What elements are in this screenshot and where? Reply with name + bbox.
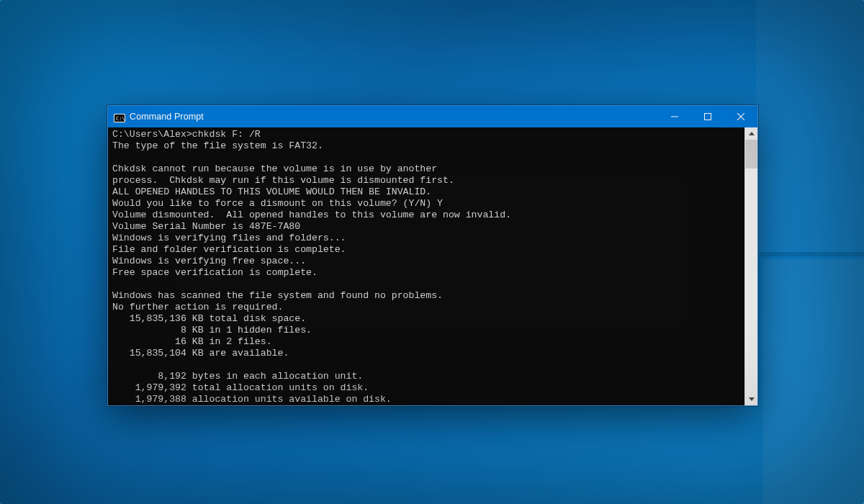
terminal-line: 15,835,104 KB are available.: [112, 348, 742, 359]
terminal-line: 16 KB in 2 files.: [112, 336, 742, 348]
wallpaper-beam: [763, 259, 864, 504]
terminal-line: 1,979,392 total allocation units on disk…: [112, 382, 742, 394]
minimize-button[interactable]: [658, 106, 691, 127]
terminal-line: 1,979,388 allocation units available on …: [112, 394, 742, 405]
terminal-line: Volume Serial Number is 487E-7A80: [112, 221, 742, 233]
close-button[interactable]: [724, 106, 757, 127]
terminal-line: 8,192 bytes in each allocation unit.: [112, 371, 742, 382]
terminal-output[interactable]: C:\Users\Alex>chkdsk F: /RThe type of th…: [108, 127, 744, 405]
terminal-line: 8 KB in 1 hidden files.: [112, 325, 742, 336]
vertical-scrollbar[interactable]: [744, 127, 757, 405]
svg-text:C:\: C:\: [116, 116, 125, 122]
titlebar[interactable]: C:\ Command Prompt: [108, 106, 757, 127]
terminal-line: [112, 279, 742, 290]
desktop-wallpaper: C:\ Command Prompt: [0, 0, 864, 504]
terminal-line: [112, 152, 742, 163]
terminal-line: Would you like to force a dismount on th…: [112, 198, 742, 210]
terminal-line: process. Chkdsk may run if this volume i…: [112, 175, 742, 186]
close-icon: [737, 113, 744, 120]
maximize-icon: [704, 113, 711, 120]
terminal-line: ALL OPENED HANDLES TO THIS VOLUME WOULD …: [112, 186, 742, 198]
terminal-line: Chkdsk cannot run because the volume is …: [112, 163, 742, 175]
scrollbar-thumb[interactable]: [745, 140, 757, 168]
command-prompt-window: C:\ Command Prompt: [107, 105, 758, 406]
terminal-line: The type of the file system is FAT32.: [112, 140, 742, 152]
wallpaper-beam: [756, 0, 864, 252]
terminal-line: Windows has scanned the file system and …: [112, 290, 742, 302]
wallpaper-beam: [760, 252, 864, 256]
terminal-line: Volume dismounted. All opened handles to…: [112, 210, 742, 221]
terminal-line: Windows is verifying files and folders..…: [112, 233, 742, 244]
window-title: Command Prompt: [130, 112, 658, 122]
terminal-line: Free space verification is complete.: [112, 267, 742, 279]
terminal-line: Windows is verifying free space...: [112, 256, 742, 267]
scroll-down-button[interactable]: [745, 393, 757, 405]
chevron-down-icon: [749, 397, 755, 401]
terminal-line: No further action is required.: [112, 302, 742, 313]
window-controls: [658, 106, 757, 127]
svg-rect-4: [705, 114, 711, 120]
terminal-line: [112, 359, 742, 371]
terminal-line: 15,835,136 KB total disk space.: [112, 313, 742, 325]
scrollbar-track[interactable]: [745, 140, 757, 393]
minimize-icon: [671, 113, 678, 120]
terminal-line: C:\Users\Alex>chkdsk F: /R: [112, 129, 742, 140]
scroll-up-button[interactable]: [745, 127, 757, 140]
chevron-up-icon: [749, 132, 755, 135]
cmd-icon: C:\: [114, 112, 125, 121]
client-area: C:\Users\Alex>chkdsk F: /RThe type of th…: [108, 127, 757, 405]
maximize-button[interactable]: [691, 106, 724, 127]
terminal-line: File and folder verification is complete…: [112, 244, 742, 256]
svg-rect-3: [671, 117, 678, 117]
